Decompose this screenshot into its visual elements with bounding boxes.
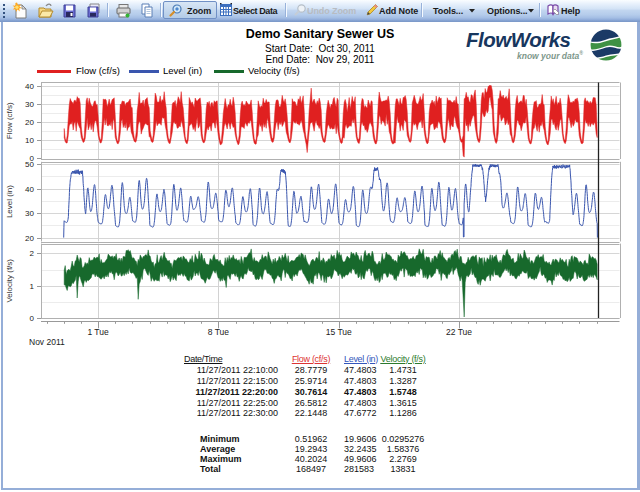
svg-text:Flow (cf/s): Flow (cf/s) [5,102,14,139]
svg-text:20: 20 [25,234,34,243]
svg-text:Nov 2011: Nov 2011 [29,337,65,347]
svg-text:0: 0 [30,314,35,323]
svg-text:15 Tue: 15 Tue [326,327,352,337]
svg-text:40: 40 [25,82,34,91]
svg-text:10: 10 [25,136,34,145]
svg-text:30: 30 [25,209,34,218]
svg-text:30: 30 [25,100,34,109]
svg-text:Velocity (f/s): Velocity (f/s) [5,259,14,303]
svg-text:1: 1 [30,282,35,291]
svg-text:1 Tue: 1 Tue [87,327,109,337]
svg-text:22 Tue: 22 Tue [446,327,472,337]
svg-text:40: 40 [25,185,34,194]
svg-text:2: 2 [30,249,35,258]
svg-text:Level (in): Level (in) [5,185,14,218]
svg-text:50: 50 [25,160,34,169]
svg-text:20: 20 [25,118,34,127]
svg-text:8 Tue: 8 Tue [208,327,230,337]
